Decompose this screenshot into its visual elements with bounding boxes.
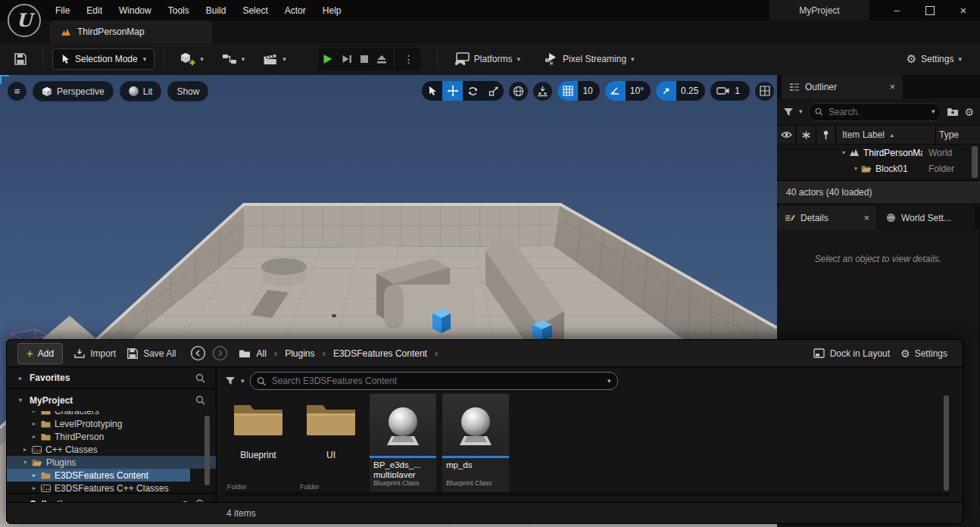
tree-item-characters[interactable]: ▸ Characters [7,411,216,417]
asset-grid-vscrollbar[interactable] [944,395,949,491]
viewport-options-button[interactable]: ≡ [8,82,27,101]
expander-icon[interactable]: ▾ [853,165,859,172]
search-icon[interactable] [195,373,205,383]
import-button[interactable]: Import [73,348,116,359]
tree-item-thirdperson[interactable]: ▸ ThirdPerson [7,430,216,443]
actor-cylinder[interactable] [261,258,307,286]
expander-icon[interactable]: ▸ [17,375,23,382]
rotation-snap-toggle[interactable] [605,81,626,101]
outliner-settings-gear-icon[interactable]: ⚙ [964,106,974,118]
close-button[interactable]: × [947,0,980,20]
browser-settings-button[interactable]: ⚙ Settings [900,348,947,360]
tab-thirdpersonmap[interactable]: ThirdPersonMap [50,20,212,43]
chevron-down-icon[interactable]: ▾ [799,108,803,115]
lit-dropdown[interactable]: Lit [120,81,162,101]
minimize-button[interactable]: – [880,0,913,20]
tree-item-e3dsfeatures-content[interactable]: ▸ E3DSFeatures Content [7,469,190,482]
visibility-column-header[interactable] [777,126,797,144]
new-folder-icon[interactable] [947,107,959,117]
platforms-dropdown[interactable]: Platforms ▾ [447,48,526,70]
show-dropdown[interactable]: Show [167,81,208,101]
actor-small-prop[interactable] [332,314,336,317]
add-actor-dropdown[interactable]: ▾ [173,48,210,70]
pixel-streaming-dropdown[interactable]: Pixel Streaming ▾ [538,48,641,70]
expander-icon[interactable]: ▸ [31,411,37,414]
expander-icon[interactable]: ▾ [22,459,28,466]
rotation-snap-value[interactable]: 10° [626,86,651,96]
breadcrumb-all[interactable]: All [257,348,267,359]
dock-in-layout-button[interactable]: Dock in Layout [813,348,890,359]
filter-icon[interactable] [783,108,794,117]
menu-help[interactable]: Help [314,0,350,20]
breadcrumb-e3dsfeatures-content[interactable]: E3DSFeatures Content [333,348,427,359]
filter-icon[interactable] [225,376,236,385]
chevron-down-icon[interactable]: ▾ [607,378,611,385]
menu-edit[interactable]: Edit [78,0,111,20]
asset-tile-mp-ds[interactable]: mp_ds Blueprint Class [442,394,509,494]
scale-snap-toggle[interactable]: ↗ [656,81,676,101]
corner-ramp[interactable] [42,316,97,339]
outliner-search[interactable]: ▾ [808,103,942,121]
eject-button[interactable] [376,54,388,64]
stop-button[interactable] [359,54,370,64]
blueprints-dropdown[interactable]: ▾ [216,48,251,70]
save-all-button[interactable]: Save All [126,348,176,360]
search-icon[interactable] [195,395,205,405]
tree-item-plugins[interactable]: ▾ Plugins [7,456,216,469]
camera-speed-control[interactable]: 1 [710,81,750,101]
select-tool-button[interactable] [422,81,442,101]
back-button[interactable] [190,345,206,361]
play-options-kebab[interactable]: ⋮ [401,53,417,65]
tree-item-cpp-classes[interactable]: ▸ C++ C++ Classes [7,443,216,456]
unreal-logo[interactable]: U [8,4,41,37]
favorites-section[interactable]: ▸ Favorites [7,367,216,389]
rotate-tool-button[interactable] [463,81,483,101]
asset-grid-hscrollbar[interactable] [225,492,949,496]
scale-snap-value[interactable]: 0.25 [676,86,705,96]
actor-blue-cube-2[interactable] [532,320,552,341]
asset-tile-blueprint-folder[interactable]: Blueprint Folder [225,394,292,494]
quad-view-button[interactable] [755,82,774,101]
toolbar-settings-dropdown[interactable]: ⚙ Settings ▾ [900,48,968,70]
menu-build[interactable]: Build [198,0,235,20]
play-button[interactable] [321,53,334,65]
item-label-column-header[interactable]: Item Label ▲ [836,126,936,144]
expander-icon[interactable]: ▸ [31,433,37,440]
frame-skip-button[interactable] [340,53,353,65]
breadcrumb-plugins[interactable]: Plugins [285,348,314,359]
outliner-row-world[interactable]: ▾ ThirdPersonMap World [777,145,980,161]
expander-icon[interactable]: ▸ [31,485,37,491]
expander-icon[interactable]: ▸ [22,446,28,453]
pin-column-header[interactable] [816,126,836,144]
tab-world-settings[interactable]: World Sett... [879,206,975,229]
tab-outliner[interactable]: Outliner × [782,75,903,98]
close-icon[interactable]: × [889,81,895,92]
perspective-dropdown[interactable]: Perspective [33,81,114,101]
asset-search[interactable]: ▾ [250,372,618,390]
tree-item-levelprototyping[interactable]: ▸ LevelPrototyping [7,417,216,430]
expander-icon[interactable]: ▾ [17,397,23,404]
chevron-down-icon[interactable]: ▾ [241,378,245,385]
menu-select[interactable]: Select [234,0,276,20]
grid-snap-toggle[interactable] [557,81,578,101]
save-button[interactable] [8,48,33,70]
world-local-toggle[interactable] [509,82,528,101]
maximize-button[interactable] [913,0,947,20]
asset-search-input[interactable] [270,375,603,387]
menu-window[interactable]: Window [111,0,160,20]
outliner-row-block01[interactable]: ▾ Block01 Folder [777,161,980,176]
surface-snapping-button[interactable] [533,82,552,101]
myproject-section[interactable]: ▾ MyProject [7,389,216,411]
tree-scrollbar[interactable] [204,416,210,485]
expander-icon[interactable]: ▸ [31,472,37,479]
expander-icon[interactable]: ▾ [841,149,847,156]
close-icon[interactable]: × [863,212,869,223]
outliner-scrollbar[interactable] [972,146,978,178]
move-tool-button[interactable] [442,81,463,101]
menu-file[interactable]: File [47,0,78,20]
asset-tile-bp-e3ds-multiplayer[interactable]: BP_e3ds_... multiplayer Blueprint Class [370,394,436,494]
expander-icon[interactable]: ▸ [31,420,37,427]
menu-tools[interactable]: Tools [160,0,198,20]
tree-item-e3dsfeatures-cpp-classes[interactable]: ▸ C++ E3DSFeatures C++ Classes [7,482,216,493]
scale-tool-button[interactable] [483,81,504,101]
